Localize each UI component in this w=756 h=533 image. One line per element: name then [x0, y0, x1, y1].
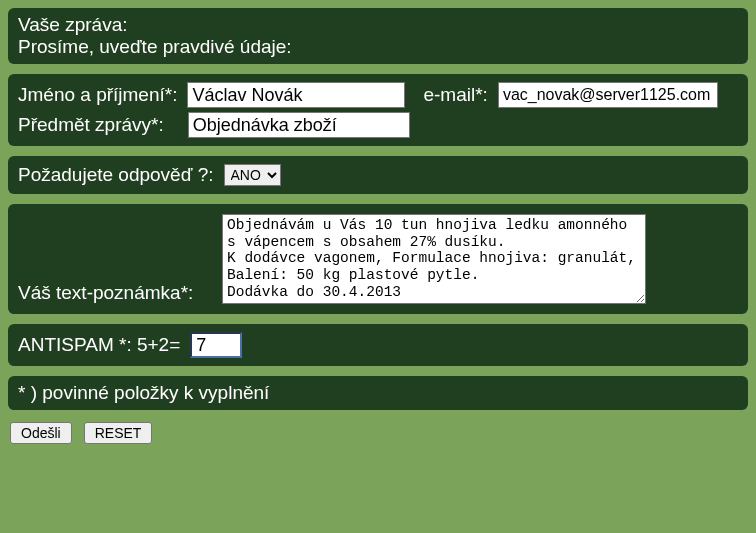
- name-input[interactable]: [187, 82, 405, 108]
- identity-block: Jméno a příjmení*: e-mail*: Předmět zprá…: [8, 74, 748, 146]
- subject-input[interactable]: [188, 112, 410, 138]
- message-block: Váš text-poznámka*:: [8, 204, 748, 314]
- submit-button[interactable]: Odešli: [10, 422, 72, 444]
- email-label: e-mail*:: [423, 84, 487, 106]
- button-row: Odešli RESET: [8, 420, 748, 446]
- subject-label: Předmět zprávy*:: [18, 114, 164, 136]
- reset-button[interactable]: RESET: [84, 422, 153, 444]
- reply-label: Požadujete odpověď ?:: [18, 164, 214, 186]
- reply-select[interactable]: ANONE: [224, 164, 281, 186]
- antispam-label: ANTISPAM *: 5+2=: [18, 334, 180, 356]
- antispam-block: ANTISPAM *: 5+2=: [8, 324, 748, 366]
- footer-note: * ) povinné položky k vyplnění: [18, 382, 738, 404]
- email-input[interactable]: [498, 82, 718, 108]
- footer-note-block: * ) povinné položky k vyplnění: [8, 376, 748, 410]
- intro-block: Vaše zpráva: Prosíme, uveďte pravdivé úd…: [8, 8, 748, 64]
- intro-line2: Prosíme, uveďte pravdivé údaje:: [18, 36, 738, 58]
- antispam-input[interactable]: [190, 332, 242, 358]
- message-label: Váš text-poznámka*:: [18, 282, 212, 304]
- intro-line1: Vaše zpráva:: [18, 14, 738, 36]
- message-textarea[interactable]: [222, 214, 646, 304]
- name-label: Jméno a příjmení*:: [18, 84, 177, 106]
- reply-block: Požadujete odpověď ?: ANONE: [8, 156, 748, 194]
